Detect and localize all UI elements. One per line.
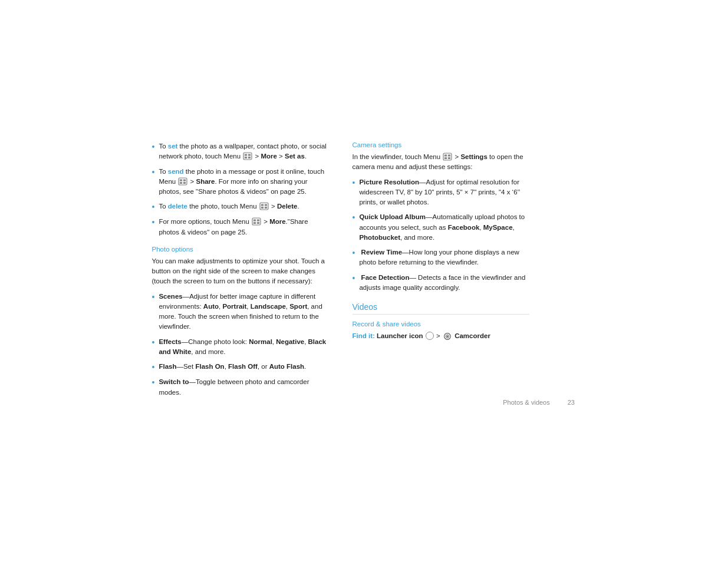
svg-rect-1: [245, 154, 247, 156]
svg-rect-0: [243, 153, 252, 160]
bullet-set: To set the photo as a wallpaper, contact…: [152, 141, 329, 162]
videos-heading: Videos: [353, 302, 529, 312]
bullet-review-time: Review Time—How long your phone displays…: [353, 247, 529, 268]
svg-rect-13: [261, 207, 263, 209]
bullet-picture-resolution: Picture Resolution—Adjust for optimal re…: [353, 177, 529, 208]
svg-rect-21: [444, 154, 447, 156]
svg-rect-5: [179, 178, 187, 185]
menu-icon-3: [259, 202, 269, 210]
bullet-flash: Flash—Set Flash On, Flash Off, or Auto F…: [152, 362, 329, 372]
photo-options-heading: Photo options: [152, 246, 329, 253]
find-it-label: Find it:: [353, 332, 375, 339]
svg-rect-18: [253, 222, 256, 224]
initial-bullets-list: To set the photo as a wallpaper, contact…: [152, 141, 329, 237]
camcorder-icon: [443, 332, 452, 340]
bullet-delete: To delete the photo, touch Menu > Delete…: [152, 201, 329, 212]
svg-rect-15: [252, 218, 261, 225]
bullet-more-options: For more options, touch Menu > More."Sha…: [152, 217, 329, 237]
svg-rect-20: [443, 153, 452, 160]
svg-rect-14: [265, 207, 267, 209]
svg-rect-22: [448, 154, 450, 156]
svg-point-27: [447, 336, 449, 338]
bullet-switch-to: Switch to—Toggle between photo and camco…: [152, 377, 329, 398]
bullet-send: To send the photo in a message or post i…: [152, 167, 329, 197]
right-column: Camera settings In the viewfinder, touch…: [353, 141, 529, 405]
find-it-text: Find it: Launcher icon > Camcorder: [353, 331, 529, 341]
bullet-scenes: Scenes—Adjust for better image capture i…: [152, 292, 329, 332]
page-container: To set the photo as a wallpaper, contact…: [0, 0, 728, 562]
svg-rect-23: [444, 157, 447, 159]
svg-rect-10: [260, 203, 268, 210]
svg-rect-2: [248, 154, 251, 156]
svg-rect-19: [257, 222, 259, 224]
launcher-icon: [426, 332, 434, 340]
svg-rect-17: [257, 220, 259, 222]
menu-icon-2: [178, 177, 187, 186]
left-column: To set the photo as a wallpaper, contact…: [152, 141, 329, 405]
svg-rect-3: [245, 157, 247, 158]
record-share-heading: Record & share videos: [353, 320, 529, 328]
menu-icon-4: [252, 217, 261, 226]
svg-rect-16: [253, 220, 256, 222]
bullet-effects: Effects—Change photo look: Normal, Negat…: [152, 337, 329, 358]
bullet-quick-upload: Quick Upload Album—Automatically upload …: [353, 212, 529, 243]
svg-rect-8: [180, 182, 182, 184]
svg-rect-4: [248, 157, 251, 158]
svg-rect-12: [265, 204, 267, 206]
footer-section-label: Photos & videos: [503, 399, 550, 406]
page-number: 23: [568, 399, 575, 406]
photo-options-list: Scenes—Adjust for better image capture i…: [152, 292, 329, 398]
camera-settings-list: Picture Resolution—Adjust for optimal re…: [353, 177, 529, 293]
photo-options-body: You can make adjustments to optimize you…: [152, 256, 329, 287]
svg-rect-6: [180, 179, 182, 181]
svg-rect-11: [261, 204, 263, 206]
videos-divider: [353, 314, 529, 315]
menu-icon: [243, 152, 252, 160]
bullet-face-detection: Face Detection— Detects a face in the vi…: [353, 273, 529, 293]
page-footer: Photos & videos 23: [503, 399, 575, 406]
content-area: To set the photo as a wallpaper, contact…: [152, 141, 577, 405]
svg-rect-7: [183, 179, 186, 181]
svg-rect-9: [183, 182, 186, 184]
camera-settings-body: In the viewfinder, touch Menu > Settings…: [353, 152, 529, 173]
svg-rect-24: [448, 157, 450, 159]
camera-settings-heading: Camera settings: [353, 141, 529, 148]
menu-icon-5: [443, 153, 452, 161]
